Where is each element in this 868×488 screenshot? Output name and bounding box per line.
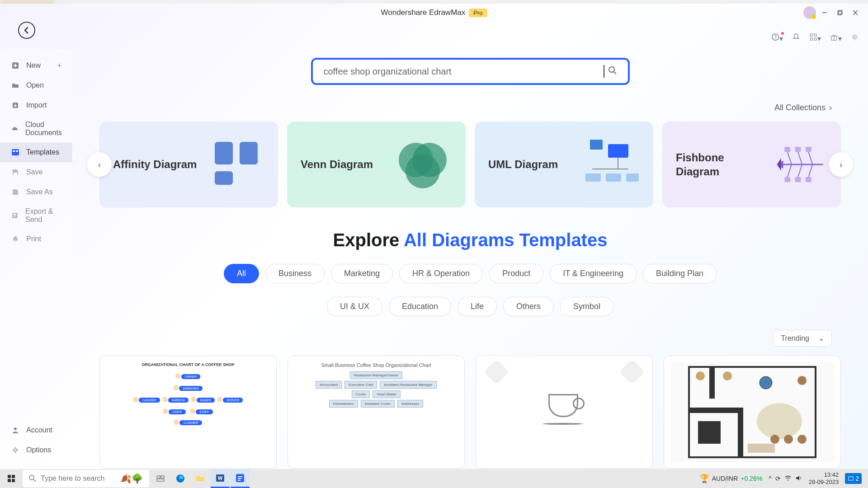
maximize-button[interactable] <box>836 9 844 16</box>
svg-text:W: W <box>218 475 223 481</box>
sidebar-item-label: Save As <box>26 188 53 196</box>
svg-point-27 <box>14 449 17 451</box>
sidebar-item-import[interactable]: Import <box>0 95 72 115</box>
secondary-toolbar: ?▾ ▾ ▾ <box>771 33 859 43</box>
template-card[interactable]: Small Business Coffee Shop Organizationa… <box>288 356 465 469</box>
filter-chip-building[interactable]: Building Plan <box>643 264 717 283</box>
svg-line-45 <box>798 152 802 164</box>
edrawmax-icon[interactable] <box>231 469 250 488</box>
avatar[interactable] <box>803 6 816 19</box>
svg-rect-42 <box>626 174 639 182</box>
category-card-affinity[interactable]: Affinity Diagram <box>99 122 278 207</box>
affinity-icon <box>206 135 264 194</box>
venn-icon <box>393 135 452 194</box>
sidebar-item-open[interactable]: Open <box>0 75 72 95</box>
template-icon <box>11 148 20 157</box>
sidebar-item-new[interactable]: New + <box>0 56 72 75</box>
save-as-icon <box>11 188 20 197</box>
filter-chip-all[interactable]: All <box>224 264 259 283</box>
apps-icon[interactable]: ▾ <box>809 33 821 43</box>
gift-icon[interactable]: ▾ <box>830 33 842 43</box>
search-box[interactable] <box>311 58 630 85</box>
uml-icon <box>581 135 640 194</box>
start-button[interactable] <box>2 469 21 488</box>
sidebar-item-print[interactable]: Print <box>0 229 72 249</box>
sidebar-item-options[interactable]: Options <box>0 440 72 460</box>
clock[interactable]: 13:42 28-09-2023 <box>809 471 839 485</box>
cloud-icon <box>11 124 19 133</box>
filter-chip-it[interactable]: IT & Engineering <box>550 264 637 283</box>
sidebar-item-export[interactable]: Export & Send <box>0 202 72 229</box>
minimize-button[interactable] <box>821 9 828 16</box>
floor-plan-preview <box>670 362 834 462</box>
user-icon <box>11 426 20 435</box>
category-card-uml[interactable]: UML Diagram <box>475 122 653 207</box>
back-button[interactable] <box>18 22 35 39</box>
svg-rect-7 <box>810 34 812 36</box>
title-bar: Wondershare EdrawMax Pro <box>0 4 868 22</box>
template-card[interactable] <box>476 356 653 469</box>
carousel-prev-button[interactable]: ‹ <box>87 152 112 177</box>
filter-chip-product[interactable]: Product <box>489 264 543 283</box>
explorer-icon[interactable] <box>191 469 210 488</box>
filter-chip-ui[interactable]: UI & UX <box>327 297 382 316</box>
category-card-fishbone[interactable]: Fishbone Diagram <box>662 122 841 207</box>
filter-chip-business[interactable]: Business <box>265 264 325 283</box>
word-icon[interactable]: W <box>211 469 230 488</box>
category-carousel: ‹ Affinity Diagram Venn Diagram UML Diag… <box>99 122 841 207</box>
svg-rect-71 <box>12 475 15 478</box>
template-card[interactable]: Coffee Shop Layout 👁 98 ♡ 9 ⬇ 44 <box>664 356 841 469</box>
svg-line-46 <box>808 152 812 164</box>
svg-rect-41 <box>606 174 621 182</box>
svg-rect-69 <box>748 444 775 453</box>
system-tray[interactable]: ^ ⟳ <box>769 474 802 483</box>
carousel-next-button[interactable]: › <box>829 152 853 177</box>
filter-chip-marketing[interactable]: Marketing <box>331 264 393 283</box>
filter-row: All Business Marketing HR & Operation Pr… <box>99 264 841 283</box>
save-icon <box>11 168 20 177</box>
svg-point-26 <box>14 427 17 430</box>
filter-chip-education[interactable]: Education <box>389 297 451 316</box>
category-card-venn[interactable]: Venn Diagram <box>287 122 466 207</box>
filter-chip-symbol[interactable]: Symbol <box>560 297 613 316</box>
sidebar-item-save[interactable]: Save <box>0 162 72 182</box>
taskbar-search[interactable]: Type here to search 🍂🌳 <box>23 470 149 487</box>
search-icon[interactable] <box>608 66 617 77</box>
notifications-button[interactable]: 2 <box>845 473 862 484</box>
category-label: Venn Diagram <box>301 157 373 171</box>
all-collections-link[interactable]: All Collections <box>99 103 841 113</box>
svg-rect-59 <box>709 367 715 399</box>
sidebar-item-templates[interactable]: Templates <box>0 142 72 162</box>
search-input[interactable] <box>324 66 600 77</box>
bell-icon[interactable] <box>792 33 800 43</box>
sidebar-item-account[interactable]: Account <box>0 420 72 440</box>
template-card[interactable]: ORGANIZATIONAL CHART OF A COFFEE SHOP OW… <box>99 356 277 469</box>
edge-icon[interactable] <box>171 469 190 488</box>
sidebar-item-cloud[interactable]: Cloud Documents <box>0 115 72 142</box>
chevron-up-icon[interactable]: ^ <box>769 475 772 482</box>
close-button[interactable] <box>852 9 859 16</box>
sidebar-item-save-as[interactable]: Save As <box>0 182 72 202</box>
svg-rect-58 <box>738 408 743 457</box>
svg-rect-51 <box>795 147 801 152</box>
sidebar-item-label: Import <box>26 101 47 109</box>
filter-chip-life[interactable]: Life <box>458 297 497 316</box>
svg-rect-2 <box>839 10 842 14</box>
task-view-icon[interactable] <box>151 469 170 488</box>
svg-rect-73 <box>12 479 15 482</box>
wifi-icon[interactable] <box>784 474 792 483</box>
filter-chip-hr[interactable]: HR & Operation <box>399 264 483 283</box>
sort-dropdown[interactable]: Trending ⌄ <box>773 330 832 347</box>
filter-chip-others[interactable]: Others <box>503 297 554 316</box>
svg-rect-78 <box>157 479 164 481</box>
svg-rect-25 <box>14 240 17 242</box>
sidebar-item-label: Templates <box>26 148 59 156</box>
plus-icon[interactable]: + <box>57 61 61 70</box>
svg-point-74 <box>29 475 34 480</box>
sync-icon[interactable]: ⟳ <box>775 475 781 482</box>
currency-widget[interactable]: 🏆 AUD/INR +0.26% <box>699 474 762 483</box>
volume-icon[interactable] <box>795 474 802 483</box>
settings-icon[interactable] <box>851 33 859 43</box>
help-icon[interactable]: ?▾ <box>771 33 783 43</box>
svg-rect-50 <box>784 147 790 152</box>
